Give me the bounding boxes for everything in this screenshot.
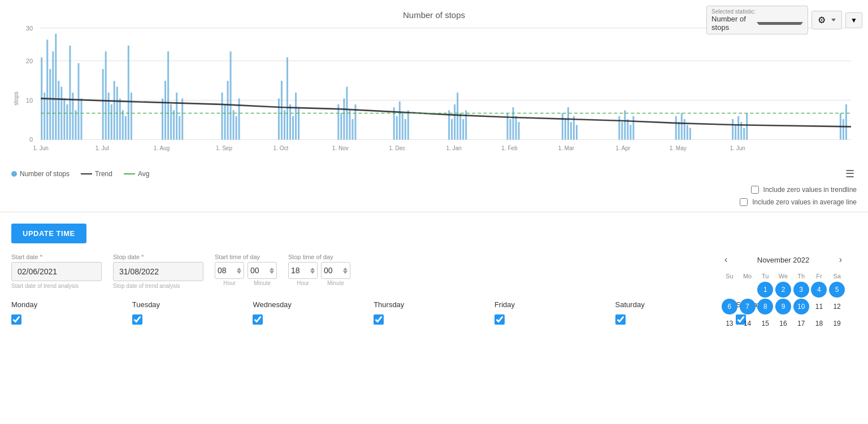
gear-button[interactable]: ⚙ (811, 11, 842, 29)
cal-day[interactable]: 23 (775, 333, 791, 336)
svg-rect-38 (170, 104, 172, 140)
day-checkbox-wednesday[interactable] (253, 314, 263, 325)
svg-rect-96 (678, 122, 680, 139)
cal-day[interactable]: 3 (793, 282, 809, 298)
start-minute-down[interactable] (270, 271, 274, 274)
cal-day[interactable]: 22 (757, 333, 773, 336)
cal-header-we: We (775, 272, 792, 281)
svg-rect-92 (627, 119, 628, 139)
cal-day[interactable]: 14 (740, 316, 756, 331)
svg-text:1. Mar: 1. Mar (558, 145, 575, 151)
cal-header-mo: Mo (739, 272, 756, 281)
stop-minute-up[interactable] (343, 268, 348, 270)
cal-day[interactable]: 7 (740, 299, 756, 314)
stop-hour-input[interactable]: 18 (288, 262, 318, 279)
svg-rect-108 (843, 119, 844, 139)
stop-minute-down[interactable] (343, 271, 348, 274)
day-col-thursday: Thursday (374, 300, 494, 325)
svg-rect-24 (102, 69, 104, 139)
cal-day[interactable]: 15 (757, 316, 773, 331)
cal-day[interactable]: 19 (829, 316, 845, 331)
cal-day[interactable]: 4 (811, 282, 827, 298)
cal-day[interactable]: 11 (811, 299, 827, 314)
cal-header-su: Su (721, 272, 738, 281)
day-checkbox-thursday[interactable] (374, 314, 384, 325)
svg-rect-94 (632, 116, 634, 140)
day-checkbox-saturday[interactable] (615, 314, 626, 325)
cal-day[interactable]: 18 (811, 316, 827, 331)
legend-avg: Avg (124, 170, 149, 178)
svg-rect-14 (55, 34, 57, 140)
svg-text:1. Apr: 1. Apr (615, 145, 631, 151)
gear-chevron-icon (831, 19, 836, 21)
start-date-input[interactable]: 02/06/2021 (11, 262, 102, 281)
expand-button[interactable]: ▼ (845, 12, 862, 28)
statistic-select[interactable]: Selected statistic: Number of stops (706, 6, 808, 34)
svg-rect-54 (289, 104, 291, 140)
svg-rect-17 (63, 98, 65, 139)
start-minute-input[interactable]: 00 (248, 262, 277, 279)
svg-rect-79 (510, 119, 511, 139)
cal-day[interactable]: 13 (722, 316, 737, 331)
svg-text:20: 20 (26, 58, 33, 64)
svg-rect-68 (402, 113, 403, 139)
start-hour-down[interactable] (237, 271, 241, 274)
svg-rect-56 (295, 93, 297, 139)
svg-rect-25 (105, 51, 107, 139)
svg-text:0: 0 (29, 136, 33, 143)
day-label-friday: Friday (494, 300, 515, 309)
cal-day[interactable]: 2 (775, 282, 791, 298)
svg-text:1. Aug: 1. Aug (154, 145, 170, 151)
stop-date-input[interactable]: 31/08/2022 (113, 262, 203, 281)
svg-rect-43 (221, 93, 223, 139)
start-hour-input[interactable]: 08 (215, 262, 244, 279)
calendar-next-button[interactable]: › (836, 253, 845, 266)
trendline-checkbox[interactable] (751, 186, 759, 194)
day-checkbox-monday[interactable] (11, 314, 21, 325)
svg-rect-86 (570, 122, 572, 139)
cal-day[interactable]: 9 (775, 299, 791, 314)
average-checkbox[interactable] (740, 198, 748, 206)
svg-rect-82 (518, 122, 520, 139)
calendar-prev-button[interactable]: ‹ (721, 253, 731, 266)
chart-container: 0 10 20 30 stops (11, 22, 857, 163)
svg-rect-22 (77, 63, 79, 139)
cal-day[interactable]: 12 (829, 299, 845, 314)
cal-day[interactable]: 26 (829, 333, 845, 336)
cal-day[interactable]: 20 (722, 333, 737, 336)
chart-menu-icon[interactable]: ☰ (845, 168, 857, 180)
stop-hour-up[interactable] (310, 268, 315, 270)
start-hour-up[interactable] (237, 268, 241, 270)
stop-hour-down[interactable] (310, 271, 315, 274)
svg-rect-103 (737, 116, 739, 140)
cal-day[interactable]: 1 (757, 282, 773, 298)
stop-time-group: Stop time of day 18 Hour (288, 253, 350, 286)
update-button[interactable]: UPDATE TIME (11, 224, 86, 243)
svg-rect-97 (681, 113, 683, 139)
cal-day[interactable]: 24 (793, 333, 809, 336)
cal-day[interactable]: 6 (722, 299, 737, 314)
stop-date-sublabel: Stop date of trend analysis (113, 283, 203, 289)
svg-rect-12 (49, 69, 51, 139)
start-minute-up[interactable] (270, 268, 274, 270)
start-time-spinners: 08 Hour 00 (215, 262, 277, 286)
day-checkbox-friday[interactable] (494, 314, 505, 325)
svg-rect-93 (630, 125, 631, 139)
cal-day[interactable]: 25 (811, 333, 827, 336)
svg-rect-23 (80, 98, 82, 139)
day-checkbox-tuesday[interactable] (132, 314, 142, 325)
cal-day[interactable]: 5 (829, 282, 845, 298)
cal-day[interactable]: 10 (793, 299, 809, 314)
cal-day[interactable]: 17 (793, 316, 809, 331)
svg-rect-34 (131, 93, 132, 139)
stop-minute-input[interactable]: 00 (321, 262, 350, 279)
cal-day[interactable]: 16 (775, 316, 791, 331)
svg-rect-55 (292, 116, 294, 140)
cal-day[interactable]: 21 (740, 333, 756, 336)
svg-text:1. Jun: 1. Jun (730, 145, 745, 151)
cal-day[interactable]: 8 (757, 299, 773, 314)
cal-header-th: Th (793, 272, 810, 281)
svg-rect-74 (457, 93, 458, 139)
svg-rect-69 (405, 119, 406, 139)
svg-rect-67 (399, 102, 401, 140)
